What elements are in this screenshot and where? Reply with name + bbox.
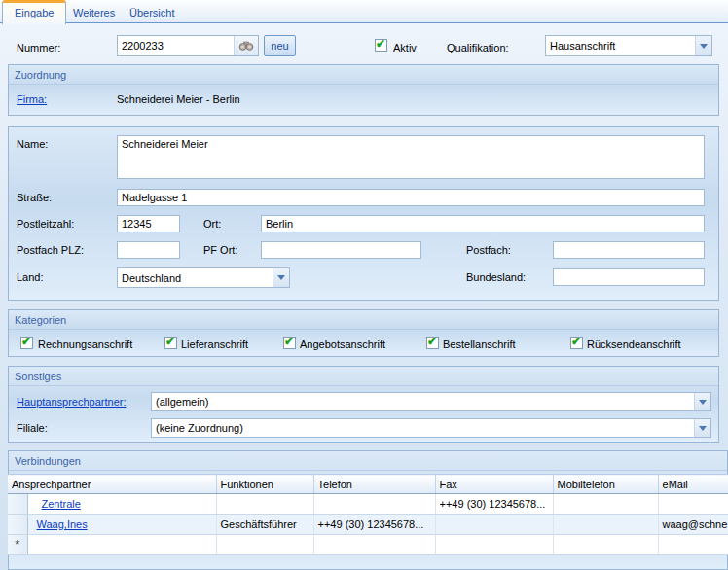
filiale-label: Filiale:	[17, 422, 48, 434]
zuordnung-title: Zuordnung	[9, 65, 718, 85]
hauptansprechpartner-select[interactable]: (allgemein)	[151, 392, 711, 411]
column-header-email[interactable]: eMail	[658, 475, 728, 494]
nummer-field-group	[117, 35, 259, 56]
nummer-input[interactable]	[118, 36, 234, 55]
verbindungen-grid: Ansprechpartner Funktionen Telefon Fax M…	[8, 474, 728, 556]
pf-ort-input[interactable]	[261, 241, 421, 259]
check-icon: ✔	[165, 335, 175, 348]
table-row: Waag,Ines Geschäftsführer ++49 (30) 1234…	[8, 515, 728, 535]
sonstiges-title: Sonstiges	[9, 367, 718, 386]
row-selector[interactable]	[8, 494, 27, 515]
land-select[interactable]: Deutschland	[117, 267, 290, 288]
plz-input[interactable]	[117, 215, 180, 232]
cell-funktionen: Geschäftsführer	[216, 515, 313, 535]
column-header-funktionen[interactable]: Funktionen	[216, 475, 313, 494]
lieferanschrift-checkbox[interactable]: ✔	[164, 337, 177, 349]
bestellanschrift-checkbox[interactable]: ✔	[426, 337, 439, 349]
table-row: Zentrale ++49 (30) 12345678...	[8, 494, 728, 515]
bundesland-input[interactable]	[553, 268, 705, 286]
chevron-down-icon	[277, 275, 285, 280]
new-row: *	[8, 535, 728, 555]
zuordnung-panel: Zuordnung	[8, 64, 719, 116]
ansprechpartner-link[interactable]: Waag,Ines	[37, 518, 88, 530]
bundesland-label: Bundesland:	[466, 271, 526, 283]
aktiv-checkbox[interactable]: ✔	[375, 39, 387, 52]
ort-input[interactable]	[261, 215, 705, 232]
kategorien-title: Kategorien	[9, 310, 718, 330]
qualifikation-dropdown-button[interactable]	[695, 36, 711, 55]
cell-email	[658, 494, 728, 515]
cell-email: waag@schne	[658, 515, 728, 535]
land-value: Deutschland	[122, 272, 181, 284]
hauptansprechpartner-link[interactable]: Hauptansprechpartner:	[17, 396, 127, 408]
binoculars-icon	[238, 40, 254, 52]
postfach-input[interactable]	[553, 241, 705, 259]
nummer-label: Nummer:	[17, 42, 60, 53]
qualifikation-label: Qualifikation:	[447, 42, 509, 53]
cell-fax: ++49 (30) 12345678...	[435, 494, 553, 515]
tab-bar: Eingabe Weiteres Übersicht	[0, 0, 728, 23]
cell-telefon: ++49 (30) 12345678...	[313, 515, 435, 535]
new-row-icon: *	[15, 537, 19, 552]
empty-cell	[553, 535, 658, 555]
check-icon: ✔	[21, 335, 31, 348]
column-header-telefon[interactable]: Telefon	[313, 475, 435, 494]
check-icon: ✔	[376, 37, 385, 51]
aktiv-label: Aktiv	[393, 42, 417, 53]
row-selector[interactable]	[8, 515, 27, 535]
tab-eingabe[interactable]: Eingabe	[2, 0, 66, 24]
tab-uebersicht[interactable]: Übersicht	[118, 3, 186, 23]
grid-header-row: Ansprechpartner Funktionen Telefon Fax M…	[8, 475, 728, 494]
strasse-label: Straße:	[17, 192, 52, 203]
search-button[interactable]	[234, 36, 258, 55]
firma-value: Schneiderei Meier - Berlin	[117, 93, 240, 105]
ort-label: Ort:	[203, 218, 221, 230]
bestellanschrift-label: Bestellanschrift	[443, 338, 516, 350]
column-header-mobiltelefon[interactable]: Mobiltelefon	[553, 475, 658, 494]
check-icon: ✔	[427, 335, 437, 348]
lieferanschrift-label: Lieferanschrift	[181, 338, 248, 350]
hauptansprechpartner-value: (allgemein)	[156, 396, 208, 408]
cell-mobiltelefon	[553, 515, 658, 535]
neu-button[interactable]: neu	[264, 35, 296, 56]
column-header-ansprechpartner[interactable]: Ansprechpartner	[8, 475, 216, 494]
land-label: Land:	[17, 271, 44, 283]
name-input[interactable]: Schneiderei Meier	[117, 135, 705, 179]
check-icon: ✔	[571, 335, 581, 348]
verbindungen-title: Verbindungen	[9, 451, 727, 471]
new-row-cell[interactable]	[27, 535, 216, 555]
cell-telefon	[313, 494, 435, 515]
plz-label: Postleitzahl:	[17, 218, 74, 230]
rechnungsanschrift-label: Rechnungsanschrift	[38, 338, 132, 350]
angebotsanschrift-checkbox[interactable]: ✔	[283, 337, 296, 349]
filiale-dropdown-button[interactable]	[694, 419, 710, 437]
empty-cell	[435, 535, 553, 555]
pf-ort-label: PF Ort:	[203, 244, 237, 256]
new-row-selector[interactable]: *	[8, 535, 27, 555]
chevron-down-icon	[700, 44, 708, 49]
check-icon: ✔	[284, 335, 294, 348]
postfach-plz-label: Postfach PLZ:	[17, 244, 84, 256]
firma-link[interactable]: Firma:	[17, 93, 47, 105]
filiale-value: (keine Zuordnung)	[156, 422, 243, 434]
filiale-select[interactable]: (keine Zuordnung)	[151, 418, 711, 438]
name-label: Name:	[17, 138, 48, 150]
postfach-label: Postfach:	[466, 244, 511, 256]
cell-mobiltelefon	[553, 494, 658, 515]
strasse-input[interactable]	[117, 189, 705, 206]
cell-funktionen	[216, 494, 313, 515]
empty-cell	[216, 535, 313, 555]
ruecksendeanschrift-label: Rücksendeanschrift	[587, 338, 681, 350]
column-header-fax[interactable]: Fax	[435, 475, 553, 494]
hauptansprechpartner-dropdown-button[interactable]	[694, 393, 710, 410]
qualifikation-select[interactable]: Hausanschrift	[545, 35, 712, 56]
rechnungsanschrift-checkbox[interactable]: ✔	[20, 337, 33, 349]
empty-cell	[658, 535, 728, 555]
ruecksendeanschrift-checkbox[interactable]: ✔	[570, 337, 583, 349]
land-dropdown-button[interactable]	[273, 268, 289, 287]
empty-cell	[313, 535, 435, 555]
cell-fax	[435, 515, 553, 535]
angebotsanschrift-label: Angebotsanschrift	[300, 338, 385, 350]
postfach-plz-input[interactable]	[117, 241, 180, 259]
ansprechpartner-link[interactable]: Zentrale	[42, 498, 81, 510]
